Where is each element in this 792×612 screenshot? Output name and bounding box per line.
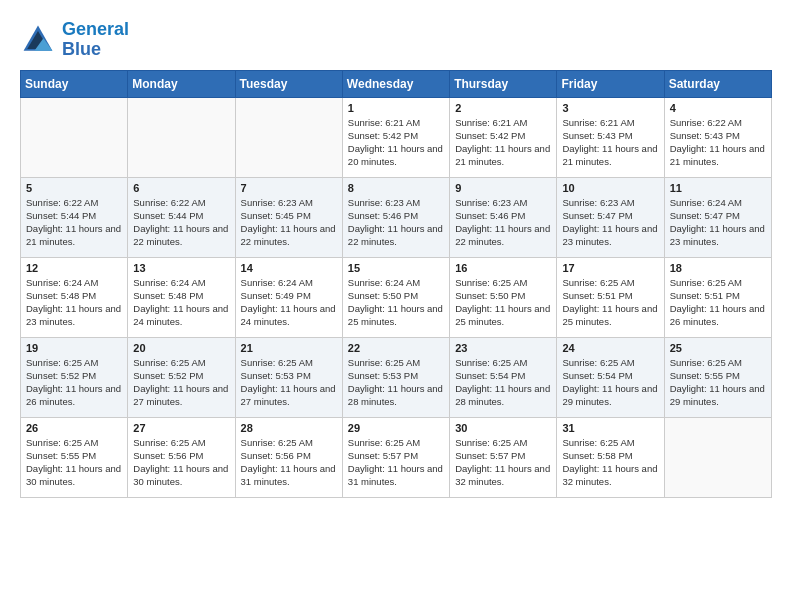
calendar-cell bbox=[128, 97, 235, 177]
day-info: Sunrise: 6:25 AM Sunset: 5:55 PM Dayligh… bbox=[670, 356, 766, 409]
day-info: Sunrise: 6:23 AM Sunset: 5:46 PM Dayligh… bbox=[348, 196, 444, 249]
calendar-cell: 9Sunrise: 6:23 AM Sunset: 5:46 PM Daylig… bbox=[450, 177, 557, 257]
calendar-cell: 17Sunrise: 6:25 AM Sunset: 5:51 PM Dayli… bbox=[557, 257, 664, 337]
day-info: Sunrise: 6:25 AM Sunset: 5:56 PM Dayligh… bbox=[241, 436, 337, 489]
day-info: Sunrise: 6:22 AM Sunset: 5:43 PM Dayligh… bbox=[670, 116, 766, 169]
calendar-week-4: 19Sunrise: 6:25 AM Sunset: 5:52 PM Dayli… bbox=[21, 337, 772, 417]
day-number: 28 bbox=[241, 422, 337, 434]
calendar-cell: 16Sunrise: 6:25 AM Sunset: 5:50 PM Dayli… bbox=[450, 257, 557, 337]
calendar-header-row: SundayMondayTuesdayWednesdayThursdayFrid… bbox=[21, 70, 772, 97]
day-number: 6 bbox=[133, 182, 229, 194]
day-number: 8 bbox=[348, 182, 444, 194]
day-number: 19 bbox=[26, 342, 122, 354]
day-info: Sunrise: 6:25 AM Sunset: 5:51 PM Dayligh… bbox=[562, 276, 658, 329]
calendar-cell: 31Sunrise: 6:25 AM Sunset: 5:58 PM Dayli… bbox=[557, 417, 664, 497]
day-info: Sunrise: 6:23 AM Sunset: 5:46 PM Dayligh… bbox=[455, 196, 551, 249]
day-info: Sunrise: 6:25 AM Sunset: 5:52 PM Dayligh… bbox=[133, 356, 229, 409]
day-number: 1 bbox=[348, 102, 444, 114]
day-number: 16 bbox=[455, 262, 551, 274]
calendar-cell: 7Sunrise: 6:23 AM Sunset: 5:45 PM Daylig… bbox=[235, 177, 342, 257]
calendar-cell: 22Sunrise: 6:25 AM Sunset: 5:53 PM Dayli… bbox=[342, 337, 449, 417]
calendar-table: SundayMondayTuesdayWednesdayThursdayFrid… bbox=[20, 70, 772, 498]
calendar-cell: 6Sunrise: 6:22 AM Sunset: 5:44 PM Daylig… bbox=[128, 177, 235, 257]
day-number: 4 bbox=[670, 102, 766, 114]
calendar-cell: 3Sunrise: 6:21 AM Sunset: 5:43 PM Daylig… bbox=[557, 97, 664, 177]
logo-icon bbox=[20, 22, 56, 58]
day-number: 18 bbox=[670, 262, 766, 274]
day-info: Sunrise: 6:25 AM Sunset: 5:55 PM Dayligh… bbox=[26, 436, 122, 489]
day-info: Sunrise: 6:23 AM Sunset: 5:47 PM Dayligh… bbox=[562, 196, 658, 249]
day-info: Sunrise: 6:25 AM Sunset: 5:57 PM Dayligh… bbox=[348, 436, 444, 489]
day-number: 31 bbox=[562, 422, 658, 434]
day-info: Sunrise: 6:25 AM Sunset: 5:52 PM Dayligh… bbox=[26, 356, 122, 409]
weekday-header-tuesday: Tuesday bbox=[235, 70, 342, 97]
day-number: 23 bbox=[455, 342, 551, 354]
day-number: 2 bbox=[455, 102, 551, 114]
calendar-cell: 23Sunrise: 6:25 AM Sunset: 5:54 PM Dayli… bbox=[450, 337, 557, 417]
day-number: 12 bbox=[26, 262, 122, 274]
weekday-header-sunday: Sunday bbox=[21, 70, 128, 97]
day-info: Sunrise: 6:21 AM Sunset: 5:43 PM Dayligh… bbox=[562, 116, 658, 169]
day-number: 24 bbox=[562, 342, 658, 354]
calendar-cell: 27Sunrise: 6:25 AM Sunset: 5:56 PM Dayli… bbox=[128, 417, 235, 497]
calendar-cell: 18Sunrise: 6:25 AM Sunset: 5:51 PM Dayli… bbox=[664, 257, 771, 337]
calendar-cell: 10Sunrise: 6:23 AM Sunset: 5:47 PM Dayli… bbox=[557, 177, 664, 257]
calendar-cell: 15Sunrise: 6:24 AM Sunset: 5:50 PM Dayli… bbox=[342, 257, 449, 337]
calendar-cell: 28Sunrise: 6:25 AM Sunset: 5:56 PM Dayli… bbox=[235, 417, 342, 497]
day-info: Sunrise: 6:25 AM Sunset: 5:53 PM Dayligh… bbox=[241, 356, 337, 409]
day-info: Sunrise: 6:25 AM Sunset: 5:58 PM Dayligh… bbox=[562, 436, 658, 489]
day-number: 15 bbox=[348, 262, 444, 274]
calendar-cell: 8Sunrise: 6:23 AM Sunset: 5:46 PM Daylig… bbox=[342, 177, 449, 257]
day-info: Sunrise: 6:24 AM Sunset: 5:48 PM Dayligh… bbox=[26, 276, 122, 329]
calendar-cell bbox=[664, 417, 771, 497]
day-info: Sunrise: 6:25 AM Sunset: 5:54 PM Dayligh… bbox=[455, 356, 551, 409]
calendar-cell: 1Sunrise: 6:21 AM Sunset: 5:42 PM Daylig… bbox=[342, 97, 449, 177]
weekday-header-friday: Friday bbox=[557, 70, 664, 97]
calendar-cell bbox=[235, 97, 342, 177]
calendar-week-5: 26Sunrise: 6:25 AM Sunset: 5:55 PM Dayli… bbox=[21, 417, 772, 497]
calendar-cell: 11Sunrise: 6:24 AM Sunset: 5:47 PM Dayli… bbox=[664, 177, 771, 257]
calendar-body: 1Sunrise: 6:21 AM Sunset: 5:42 PM Daylig… bbox=[21, 97, 772, 497]
day-number: 22 bbox=[348, 342, 444, 354]
calendar-cell: 30Sunrise: 6:25 AM Sunset: 5:57 PM Dayli… bbox=[450, 417, 557, 497]
logo-text: General Blue bbox=[62, 20, 129, 60]
day-info: Sunrise: 6:25 AM Sunset: 5:57 PM Dayligh… bbox=[455, 436, 551, 489]
day-number: 11 bbox=[670, 182, 766, 194]
day-number: 10 bbox=[562, 182, 658, 194]
calendar-cell: 26Sunrise: 6:25 AM Sunset: 5:55 PM Dayli… bbox=[21, 417, 128, 497]
day-info: Sunrise: 6:25 AM Sunset: 5:54 PM Dayligh… bbox=[562, 356, 658, 409]
calendar-week-3: 12Sunrise: 6:24 AM Sunset: 5:48 PM Dayli… bbox=[21, 257, 772, 337]
day-number: 9 bbox=[455, 182, 551, 194]
calendar-cell: 14Sunrise: 6:24 AM Sunset: 5:49 PM Dayli… bbox=[235, 257, 342, 337]
page-header: General Blue bbox=[20, 20, 772, 60]
day-number: 25 bbox=[670, 342, 766, 354]
day-number: 29 bbox=[348, 422, 444, 434]
weekday-header-monday: Monday bbox=[128, 70, 235, 97]
day-number: 30 bbox=[455, 422, 551, 434]
calendar-cell: 4Sunrise: 6:22 AM Sunset: 5:43 PM Daylig… bbox=[664, 97, 771, 177]
calendar-cell: 29Sunrise: 6:25 AM Sunset: 5:57 PM Dayli… bbox=[342, 417, 449, 497]
calendar-cell: 12Sunrise: 6:24 AM Sunset: 5:48 PM Dayli… bbox=[21, 257, 128, 337]
day-info: Sunrise: 6:24 AM Sunset: 5:47 PM Dayligh… bbox=[670, 196, 766, 249]
calendar-week-2: 5Sunrise: 6:22 AM Sunset: 5:44 PM Daylig… bbox=[21, 177, 772, 257]
calendar-week-1: 1Sunrise: 6:21 AM Sunset: 5:42 PM Daylig… bbox=[21, 97, 772, 177]
day-info: Sunrise: 6:25 AM Sunset: 5:51 PM Dayligh… bbox=[670, 276, 766, 329]
day-info: Sunrise: 6:25 AM Sunset: 5:53 PM Dayligh… bbox=[348, 356, 444, 409]
calendar-cell bbox=[21, 97, 128, 177]
day-info: Sunrise: 6:25 AM Sunset: 5:50 PM Dayligh… bbox=[455, 276, 551, 329]
day-number: 7 bbox=[241, 182, 337, 194]
calendar-cell: 5Sunrise: 6:22 AM Sunset: 5:44 PM Daylig… bbox=[21, 177, 128, 257]
calendar-cell: 21Sunrise: 6:25 AM Sunset: 5:53 PM Dayli… bbox=[235, 337, 342, 417]
day-number: 13 bbox=[133, 262, 229, 274]
day-info: Sunrise: 6:23 AM Sunset: 5:45 PM Dayligh… bbox=[241, 196, 337, 249]
logo: General Blue bbox=[20, 20, 129, 60]
day-info: Sunrise: 6:25 AM Sunset: 5:56 PM Dayligh… bbox=[133, 436, 229, 489]
calendar-cell: 20Sunrise: 6:25 AM Sunset: 5:52 PM Dayli… bbox=[128, 337, 235, 417]
calendar-cell: 13Sunrise: 6:24 AM Sunset: 5:48 PM Dayli… bbox=[128, 257, 235, 337]
day-number: 20 bbox=[133, 342, 229, 354]
day-info: Sunrise: 6:24 AM Sunset: 5:50 PM Dayligh… bbox=[348, 276, 444, 329]
day-number: 17 bbox=[562, 262, 658, 274]
weekday-header-thursday: Thursday bbox=[450, 70, 557, 97]
day-info: Sunrise: 6:22 AM Sunset: 5:44 PM Dayligh… bbox=[26, 196, 122, 249]
day-info: Sunrise: 6:24 AM Sunset: 5:48 PM Dayligh… bbox=[133, 276, 229, 329]
